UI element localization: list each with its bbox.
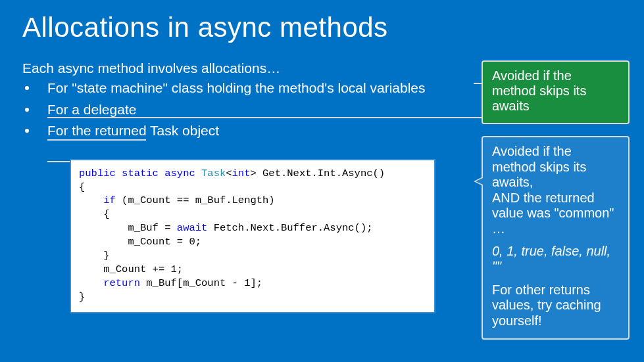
callout-blue-p1: Avoided if the method skips its awaits, … [492,144,619,237]
code-keyword: await [177,222,208,234]
code-text: < [226,168,232,179]
code-keyword: if [79,194,116,206]
subheading: Each async method involves allocations… [22,60,470,76]
bullet-text: For a delegate [47,99,136,121]
code-block: public static async Task<int> Get.Next.I… [70,159,435,313]
bullet-text: For the returned Task object [47,120,219,142]
code-text: { [79,208,110,220]
right-column: Avoided if the method skips its awaits A… [482,60,630,340]
callout-green-text: Avoided if the method skips its awaits [492,68,586,113]
bullet-list: For "state machine" class holding the me… [22,78,470,142]
code-text: m_Buf[m_Count - 1]; [140,277,262,289]
bullet-item-2: For a delegate [22,99,470,121]
code-text: m_Buf = [79,222,177,234]
bullet-text: For "state machine" class holding the me… [47,78,426,99]
code-keyword: return [79,277,140,289]
code-keyword: int [232,168,251,179]
bullet-dot-icon [25,129,29,133]
callout-blue: Avoided if the method skips its awaits, … [482,136,630,340]
callout-blue-p2: For other returns values, try caching yo… [492,283,619,329]
bullet-dot-icon [25,108,29,112]
callout-blue-italic: 0, 1, true, false, null, "" [492,244,619,275]
slide-title: Allocations in async methods [22,12,622,43]
slide: Allocations in async methods Each async … [0,0,644,362]
code-text: > Get.Next.Int.Async() [250,168,385,179]
bullet-item-3: For the returned Task object [22,120,470,142]
code-text: } [79,250,110,261]
code-keyword: public static async [79,168,201,179]
bullet-item-1: For "state machine" class holding the me… [22,78,470,99]
code-text: (m_Count == m_Buf.Length) [116,194,275,206]
code-text: m_Count += 1; [79,263,183,275]
bullet-dot-icon [25,86,29,90]
left-column: Each async method involves allocations… … [22,60,470,340]
code-text: { [79,181,85,193]
callout-green: Avoided if the method skips its awaits [482,60,630,124]
code-text: m_Count = 0; [79,236,201,248]
code-type: Task [201,168,226,179]
callout-connector-stub [474,83,483,84]
code-text: Fetch.Next.Buffer.Async(); [207,222,372,234]
callout-pointer-fill [476,178,483,185]
code-text: } [79,291,85,303]
content-row: Each async method involves allocations… … [22,60,622,340]
